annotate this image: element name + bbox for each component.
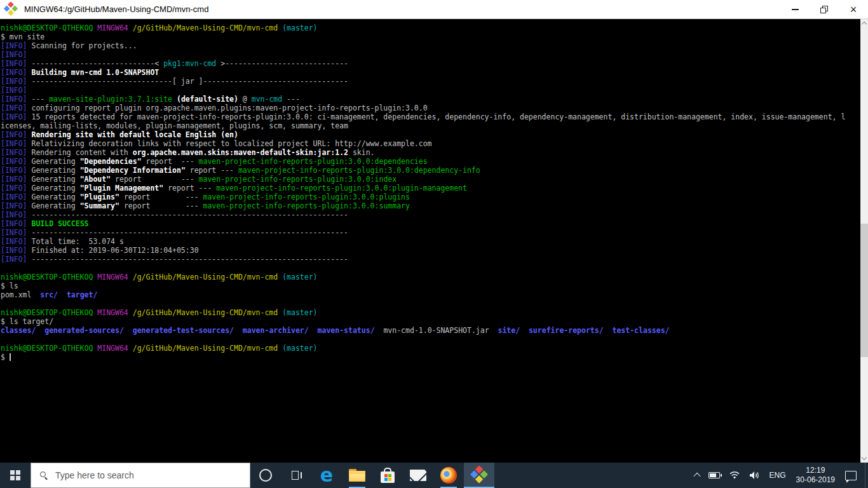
terminal-line: [INFO] Generating "Plugins" report --- m…	[1, 193, 860, 201]
terminal-line: classes/ generated-sources/ generated-te…	[1, 326, 860, 335]
volume-button[interactable]	[745, 463, 765, 488]
scrollbar-thumb[interactable]	[860, 224, 868, 357]
terminal-line: $ mvn site	[1, 32, 860, 41]
search-box[interactable]: Type here to search	[31, 463, 250, 488]
terminal-line: [INFO] Building mvn-cmd 1.0-SNAPSHOT	[1, 68, 860, 77]
terminal-cursor	[10, 353, 11, 361]
git-bash-button[interactable]	[464, 463, 494, 488]
terminal-line: $ ls target/	[1, 317, 860, 326]
terminal-line: [INFO] Rendering content with org.apache…	[1, 148, 860, 157]
search-placeholder: Type here to search	[55, 470, 134, 480]
window-titlebar: MINGW64:/g/GitHub/Maven-Using-CMD/mvn-cm…	[0, 0, 868, 19]
terminal-output: nishk@DESKTOP-QTHEKOQ MINGW64 /g/GitHub/…	[1, 24, 860, 362]
terminal-line: [INFO] --- maven-site-plugin:3.7.1:site …	[1, 95, 860, 104]
cortana-icon	[259, 469, 272, 482]
terminal-line: $ ls	[1, 281, 860, 290]
restore-button[interactable]	[810, 0, 839, 18]
scroll-up-icon[interactable]	[862, 22, 867, 27]
search-icon	[40, 471, 48, 479]
edge-icon: e	[320, 466, 333, 485]
terminal-line: pom.xml src/ target/	[1, 290, 860, 299]
firefox-button[interactable]	[433, 463, 464, 488]
terminal-line: icenses, mailing-lists, modules, plugin-…	[1, 121, 860, 130]
start-button[interactable]	[0, 463, 31, 488]
close-icon: ×	[850, 4, 857, 15]
terminal-line: nishk@DESKTOP-QTHEKOQ MINGW64 /g/GitHub/…	[1, 273, 860, 281]
terminal-line	[1, 299, 860, 308]
terminal-line: [INFO] Generating "Dependency Informatio…	[1, 166, 860, 175]
window-title: MINGW64:/g/GitHub/Maven-Using-CMD/mvn-cm…	[24, 4, 208, 14]
terminal-line	[1, 264, 860, 273]
git-bash-icon	[469, 465, 489, 485]
git-window-icon	[3, 1, 18, 17]
terminal-line: [INFO] Rendering site with default local…	[1, 130, 860, 139]
terminal-line: [INFO] 15 reports detected for maven-pro…	[1, 112, 860, 121]
start-icon	[10, 470, 20, 480]
mail-button[interactable]	[403, 463, 433, 488]
store-icon	[381, 468, 395, 483]
terminal-line: [INFO] Generating "About" report --- mav…	[1, 175, 860, 184]
action-center-icon	[845, 471, 857, 480]
battery-icon	[709, 472, 720, 478]
wifi-button[interactable]	[724, 463, 745, 488]
terminal-line: nishk@DESKTOP-QTHEKOQ MINGW64 /g/GitHub/…	[1, 24, 860, 32]
terminal-line: [INFO] Generating "Summary" report --- m…	[1, 201, 860, 210]
clock-time: 12:19	[806, 466, 825, 475]
volume-icon	[749, 471, 761, 480]
terminal-line: [INFO] configuring report plugin org.apa…	[1, 104, 860, 112]
terminal-window[interactable]: nishk@DESKTOP-QTHEKOQ MINGW64 /g/GitHub/…	[0, 19, 868, 463]
tray-chevron-icon	[693, 473, 700, 480]
terminal-line: [INFO] Generating "Dependencies" report …	[1, 157, 860, 166]
clock-date: 30-06-2019	[796, 475, 835, 485]
firefox-icon	[440, 467, 457, 484]
terminal-line: [INFO] --------------------------------[…	[1, 77, 860, 86]
show-desktop-button[interactable]	[865, 463, 868, 488]
terminal-line: [INFO] Scanning for projects...	[1, 41, 860, 50]
terminal-line: nishk@DESKTOP-QTHEKOQ MINGW64 /g/GitHub/…	[1, 308, 860, 317]
terminal-line: [INFO]	[1, 50, 860, 59]
file-explorer-icon	[349, 469, 365, 482]
terminal-line: [INFO] BUILD SUCCESS	[1, 219, 860, 228]
terminal-line: [INFO] ----------------------------< pkg…	[1, 59, 860, 68]
terminal-line: [INFO] Finished at: 2019-06-30T12:18:04+…	[1, 246, 860, 255]
file-explorer-button[interactable]	[342, 463, 372, 488]
terminal-line: $	[1, 353, 860, 362]
terminal-line	[1, 335, 860, 344]
action-center-button[interactable]	[841, 463, 861, 488]
terminal-line: [INFO] ---------------------------------…	[1, 210, 860, 219]
clock-button[interactable]: 12:19 30-06-2019	[790, 463, 841, 488]
language-button[interactable]: ENG	[765, 463, 790, 488]
terminal-scrollbar[interactable]	[860, 19, 868, 463]
tray-expand-button[interactable]	[690, 463, 704, 488]
minimize-icon	[792, 9, 799, 10]
edge-button[interactable]: e	[311, 463, 342, 488]
store-button[interactable]	[372, 463, 403, 488]
minimize-button[interactable]	[780, 0, 810, 18]
terminal-line: [INFO] ---------------------------------…	[1, 255, 860, 264]
terminal-line: [INFO] Generating "Plugin Management" re…	[1, 184, 860, 193]
terminal-line: [INFO] Relativizing decoration links wit…	[1, 139, 860, 148]
task-view-button[interactable]	[281, 463, 311, 488]
wifi-icon	[729, 471, 740, 480]
scroll-down-icon[interactable]	[862, 455, 867, 460]
task-view-icon	[290, 471, 302, 480]
taskbar: Type here to search e	[0, 463, 868, 488]
close-button[interactable]: ×	[839, 0, 868, 18]
cortana-button[interactable]	[250, 463, 281, 488]
battery-button[interactable]	[704, 463, 724, 488]
mail-icon	[410, 470, 426, 481]
terminal-line: [INFO]	[1, 86, 860, 95]
language-label: ENG	[770, 471, 786, 480]
terminal-line: nishk@DESKTOP-QTHEKOQ MINGW64 /g/GitHub/…	[1, 344, 860, 353]
terminal-line: [INFO] ---------------------------------…	[1, 228, 860, 237]
restore-icon	[820, 6, 828, 13]
terminal-line: [INFO] Total time: 53.074 s	[1, 237, 860, 246]
